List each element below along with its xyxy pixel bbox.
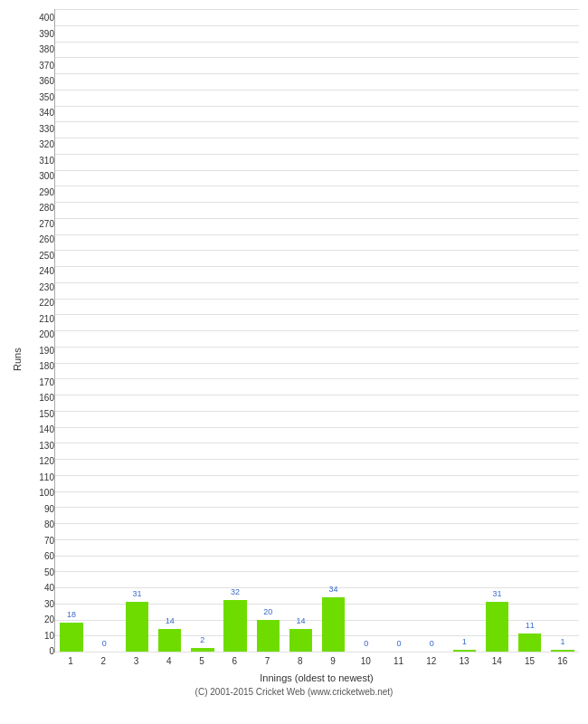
bar-group: 1 — [448, 9, 480, 652]
bar: 11 — [518, 634, 541, 652]
y-tick: 350 — [39, 93, 54, 102]
chart-container: Runs 40039038037036035034033032031030029… — [0, 0, 588, 724]
y-tick: 120 — [39, 457, 54, 466]
y-tick: 210 — [39, 315, 54, 324]
y-tick: 400 — [39, 14, 54, 23]
bar-value-label: 1 — [560, 637, 564, 646]
bar: 14 — [289, 629, 312, 652]
y-tick: 140 — [39, 425, 54, 434]
x-axis: 12345678910111213141516 — [54, 656, 579, 671]
x-tick: 7 — [251, 656, 284, 671]
y-tick: 240 — [39, 267, 54, 276]
footer: (C) 2001-2015 Cricket Web (www.cricketwe… — [9, 687, 579, 697]
y-tick: 340 — [39, 109, 54, 118]
y-tick: 380 — [39, 45, 54, 54]
y-tick: 170 — [39, 378, 54, 387]
bar-value-label: 0 — [396, 639, 401, 648]
bar-value-label: 31 — [132, 589, 141, 598]
y-tick: 360 — [39, 77, 54, 86]
x-tick: 15 — [514, 656, 546, 671]
bar: 18 — [60, 623, 82, 652]
bars-row: 1803114232201434000131111 — [55, 9, 579, 652]
bar-value-label: 20 — [263, 607, 272, 616]
x-axis-label: Innings (oldest to newest) — [54, 672, 579, 683]
bar: 1 — [453, 650, 476, 652]
y-axis: 4003903803703603503403303203103002902802… — [25, 9, 54, 683]
y-tick: 60 — [44, 552, 54, 561]
y-tick: 30 — [44, 600, 54, 609]
y-tick: 70 — [44, 537, 54, 546]
bar-group: 18 — [55, 9, 88, 652]
y-tick: 150 — [39, 410, 54, 419]
y-tick: 40 — [44, 584, 54, 593]
chart-area: Runs 40039038037036035034033032031030029… — [9, 9, 579, 683]
x-tick: 12 — [415, 656, 448, 671]
y-tick: 250 — [39, 252, 54, 261]
bar-group: 20 — [251, 9, 284, 652]
bar-value-label: 34 — [329, 585, 338, 594]
grid-line — [55, 652, 579, 653]
bar-group: 32 — [219, 9, 251, 652]
y-tick: 10 — [44, 632, 54, 641]
x-tick: 11 — [383, 656, 415, 671]
bar: 34 — [322, 597, 345, 652]
bar: 20 — [257, 620, 280, 653]
bar: 31 — [126, 602, 148, 652]
bar: 32 — [223, 600, 246, 652]
bar-value-label: 14 — [166, 616, 175, 625]
bar-group: 0 — [88, 9, 120, 652]
x-tick: 16 — [546, 656, 579, 671]
y-tick: 50 — [44, 568, 54, 577]
x-tick: 5 — [185, 656, 218, 671]
bar: 14 — [158, 629, 181, 652]
bar-group: 0 — [350, 9, 383, 652]
bar-group: 11 — [514, 9, 546, 652]
bar-group: 1 — [546, 9, 579, 652]
y-tick: 160 — [39, 394, 54, 403]
y-tick: 230 — [39, 283, 54, 292]
x-tick: 2 — [87, 656, 119, 671]
grid-and-bars: 1803114232201434000131111 — [54, 9, 579, 653]
y-tick: 290 — [39, 188, 54, 197]
bar-group: 34 — [318, 9, 350, 652]
y-tick: 330 — [39, 125, 54, 134]
y-tick: 80 — [44, 520, 54, 529]
y-tick: 200 — [39, 330, 54, 339]
y-tick: 110 — [39, 473, 54, 482]
x-tick: 10 — [349, 656, 382, 671]
bar-group: 0 — [415, 9, 448, 652]
bar-value-label: 14 — [296, 616, 305, 625]
bar: 1 — [551, 650, 574, 652]
y-tick: 310 — [39, 157, 54, 166]
y-tick: 300 — [39, 172, 54, 181]
x-tick: 14 — [480, 656, 513, 671]
bar-group: 2 — [186, 9, 219, 652]
y-tick: 270 — [39, 220, 54, 229]
y-tick: 20 — [44, 615, 54, 624]
x-tick: 1 — [54, 656, 87, 671]
bar-value-label: 0 — [430, 639, 434, 648]
bar-group: 31 — [480, 9, 513, 652]
y-tick: 130 — [39, 442, 54, 451]
x-tick: 8 — [284, 656, 317, 671]
y-tick: 100 — [39, 489, 54, 498]
y-tick: 390 — [39, 30, 54, 39]
bar-value-label: 11 — [526, 621, 535, 630]
bar-value-label: 0 — [364, 639, 368, 648]
y-tick: 180 — [39, 362, 54, 371]
bar: 2 — [191, 648, 213, 652]
bar-value-label: 1 — [462, 637, 467, 646]
y-tick: 190 — [39, 347, 54, 356]
y-tick: 90 — [44, 505, 54, 514]
y-tick: 280 — [39, 204, 54, 213]
x-tick: 6 — [218, 656, 251, 671]
bar-value-label: 0 — [102, 639, 107, 648]
bar: 31 — [486, 602, 508, 652]
y-tick: 220 — [39, 299, 54, 308]
y-tick: 260 — [39, 235, 54, 244]
bar-value-label: 32 — [231, 587, 240, 596]
x-tick: 3 — [120, 656, 153, 671]
bar-group: 0 — [383, 9, 415, 652]
bar-value-label: 31 — [493, 589, 502, 598]
bar-value-label: 18 — [67, 610, 76, 619]
